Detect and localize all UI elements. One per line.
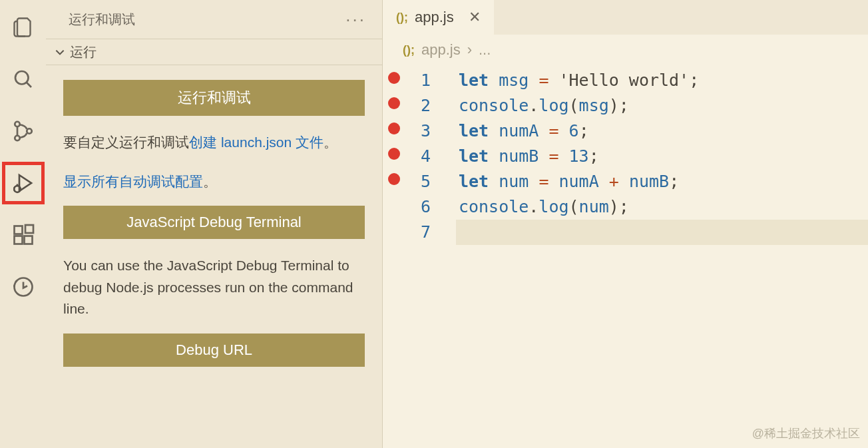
chevron-down-icon (54, 46, 66, 58)
panel-body: 运行和调试 要自定义运行和调试创建 launch.json 文件。 显示所有自动… (46, 65, 382, 397)
breakpoint-dot[interactable] (388, 224, 400, 236)
line-number: 7 (405, 220, 431, 245)
run-section-header[interactable]: 运行 (46, 39, 382, 65)
breadcrumb-file: app.js (421, 41, 461, 59)
run-debug-panel: 运行和调试 ··· 运行 运行和调试 要自定义运行和调试创建 launch.js… (46, 0, 383, 448)
svg-rect-10 (14, 226, 22, 234)
run-and-debug-button[interactable]: 运行和调试 (63, 80, 365, 116)
timeline-icon[interactable] (8, 272, 39, 302)
svg-rect-13 (25, 225, 33, 233)
terminal-help-text: You can use the JavaScript Debug Termina… (63, 255, 365, 320)
breadcrumb[interactable]: (); app.js › ... (383, 35, 868, 65)
code-line[interactable]: let numA = 6; (459, 118, 868, 144)
more-actions-icon[interactable]: ··· (345, 9, 366, 30)
section-label: 运行 (70, 43, 97, 61)
breakpoint-gutter[interactable] (383, 68, 405, 249)
js-debug-terminal-button[interactable]: JavaScript Debug Terminal (63, 206, 365, 239)
close-icon[interactable]: ✕ (461, 9, 481, 26)
watermark-text: @稀土掘金技术社区 (752, 425, 860, 441)
source-control-icon[interactable] (8, 116, 39, 146)
code-content[interactable]: let msg = 'Hello world';console.log(msg)… (435, 68, 868, 249)
code-line[interactable]: let numB = 13; (459, 144, 868, 169)
breakpoint-dot[interactable] (388, 122, 400, 134)
tab-label: app.js (415, 9, 454, 26)
debug-url-button[interactable]: Debug URL (63, 334, 365, 367)
code-line[interactable]: let msg = 'Hello world'; (459, 68, 868, 93)
editor-area: (); app.js ✕ (); app.js › ... 1234567 le… (383, 0, 868, 448)
code-area[interactable]: 1234567 let msg = 'Hello world';console.… (383, 65, 868, 249)
line-number: 6 (405, 194, 431, 220)
code-line[interactable] (459, 220, 868, 245)
line-number: 4 (405, 144, 431, 169)
svg-point-2 (15, 122, 20, 127)
svg-rect-12 (24, 236, 32, 244)
svg-point-4 (27, 128, 32, 134)
breadcrumb-more: ... (479, 41, 491, 59)
explorer-icon[interactable] (8, 12, 39, 43)
run-debug-icon[interactable] (8, 168, 39, 198)
svg-line-1 (26, 83, 31, 87)
breakpoint-dot[interactable] (388, 72, 400, 84)
show-all-configs-link[interactable]: 显示所有自动调试配置 (63, 174, 203, 189)
js-file-icon: (); (403, 43, 415, 57)
code-line[interactable]: console.log(msg); (459, 93, 868, 118)
line-number: 1 (405, 68, 431, 93)
svg-point-3 (15, 136, 20, 141)
tab-bar: (); app.js ✕ (383, 0, 868, 35)
panel-header: 运行和调试 ··· (46, 0, 382, 39)
line-number: 2 (405, 93, 431, 118)
chevron-right-icon: › (467, 41, 472, 59)
js-file-icon: (); (396, 11, 408, 25)
breakpoint-dot[interactable] (388, 198, 400, 210)
code-line[interactable]: let num = numA + numB; (459, 169, 868, 194)
search-icon[interactable] (8, 64, 39, 95)
customize-text: 要自定义运行和调试创建 launch.json 文件。 (63, 132, 365, 154)
extensions-icon[interactable] (8, 220, 39, 250)
svg-point-0 (15, 71, 29, 85)
svg-line-9 (13, 190, 15, 191)
show-all-text: 显示所有自动调试配置。 (63, 171, 365, 193)
svg-line-8 (13, 187, 15, 188)
activity-bar (0, 0, 46, 448)
svg-rect-11 (14, 236, 22, 244)
panel-title: 运行和调试 (69, 11, 135, 29)
line-number: 5 (405, 169, 431, 194)
breakpoint-dot[interactable] (388, 148, 400, 160)
breakpoint-dot[interactable] (388, 97, 400, 109)
create-launch-json-link[interactable]: 创建 launch.json 文件 (189, 134, 324, 150)
breakpoint-dot[interactable] (388, 173, 400, 185)
line-number: 3 (405, 118, 431, 144)
line-number-gutter: 1234567 (405, 68, 435, 249)
tab-app-js[interactable]: (); app.js ✕ (383, 0, 494, 35)
code-line[interactable]: console.log(num); (459, 194, 868, 220)
